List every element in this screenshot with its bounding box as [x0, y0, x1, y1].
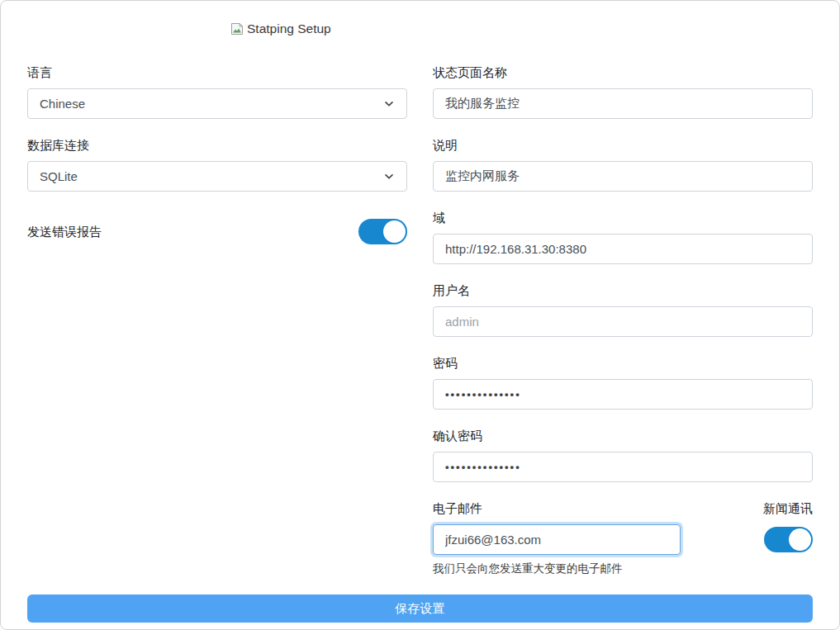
save-settings-button[interactable]: 保存设置 — [27, 594, 813, 623]
left-column: 语言 Chinese 数据库连接 SQLite — [27, 64, 407, 576]
description-group: 说明 — [433, 137, 813, 192]
language-label: 语言 — [27, 64, 407, 81]
chevron-down-icon — [383, 98, 395, 110]
description-input[interactable] — [433, 161, 813, 192]
newsletter-label: 新闻通讯 — [763, 500, 813, 517]
right-column: 状态页面名称 说明 域 用户名 密码 — [433, 64, 813, 576]
password-input[interactable] — [433, 379, 813, 410]
language-select-value: Chinese — [40, 97, 85, 111]
password-group: 密码 — [433, 355, 813, 410]
database-select[interactable]: SQLite — [27, 161, 407, 192]
domain-label: 域 — [433, 210, 813, 226]
description-label: 说明 — [433, 137, 813, 154]
toggle-knob — [789, 528, 811, 551]
toggle-knob — [383, 220, 406, 243]
email-label: 电子邮件 — [433, 500, 482, 517]
error-reports-row: 发送错误报告 — [27, 219, 407, 244]
error-reports-label: 发送错误报告 — [27, 224, 102, 240]
status-page-name-group: 状态页面名称 — [433, 64, 813, 119]
confirm-password-group: 确认密码 — [433, 428, 813, 482]
username-input[interactable] — [433, 306, 813, 337]
email-input[interactable] — [433, 524, 681, 555]
database-select-value: SQLite — [40, 169, 78, 183]
email-helper-text: 我们只会向您发送重大变更的电子邮件 — [433, 561, 813, 576]
email-group: 电子邮件 新闻通讯 我们只会向您发送重大变更的电子邮件 — [433, 500, 813, 576]
password-label: 密码 — [433, 355, 813, 372]
broken-image-icon — [230, 21, 244, 36]
setup-page: Statping Setup 语言 Chinese — [0, 0, 840, 630]
setup-form: 语言 Chinese 数据库连接 SQLite — [27, 64, 813, 576]
language-group: 语言 Chinese — [27, 64, 407, 119]
error-reports-toggle[interactable] — [358, 219, 407, 244]
page-title: Statping Setup — [230, 21, 331, 36]
database-label: 数据库连接 — [27, 137, 407, 154]
confirm-password-input[interactable] — [433, 452, 813, 482]
username-label: 用户名 — [433, 282, 813, 299]
database-group: 数据库连接 SQLite — [27, 137, 407, 192]
username-group: 用户名 — [433, 282, 813, 337]
domain-group: 域 — [433, 210, 813, 264]
status-page-name-label: 状态页面名称 — [433, 64, 813, 81]
newsletter-toggle[interactable] — [764, 527, 813, 552]
domain-input[interactable] — [433, 234, 813, 264]
language-select[interactable]: Chinese — [27, 88, 407, 119]
page-title-text: Statping Setup — [247, 21, 331, 36]
status-page-name-input[interactable] — [433, 88, 813, 119]
chevron-down-icon — [383, 171, 395, 182]
confirm-password-label: 确认密码 — [433, 428, 813, 444]
